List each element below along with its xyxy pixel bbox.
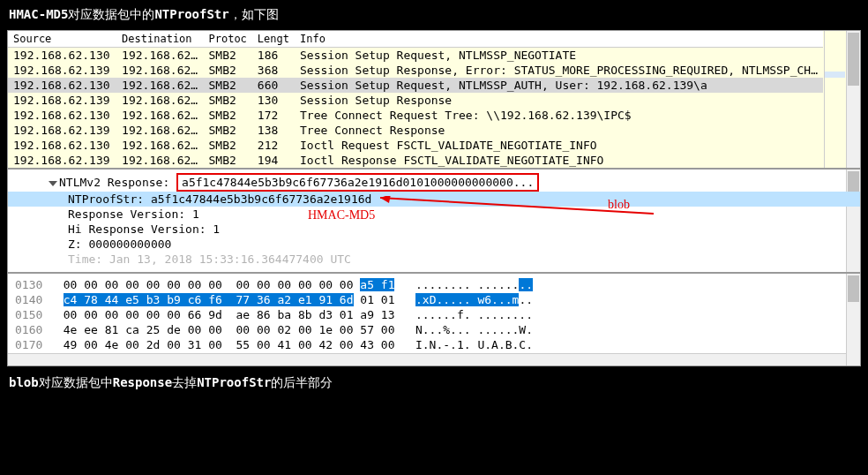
scrollbar-horizontal[interactable] [8,353,846,366]
packet-row[interactable]: 192.168.62.139192.168.62…SMB2130Session … [8,93,823,108]
caption-code: HMAC-MD5 [9,7,68,21]
packet-cell-src: 192.168.62.130 [8,48,116,64]
hex-row[interactable]: 0150 00 00 00 00 00 00 66 9d ae 86 ba 8b… [15,307,853,322]
packet-cell-dst: 192.168.62… [116,93,203,108]
hi-response-version-field[interactable]: Hi Response Version: 1 [15,222,853,237]
z-field[interactable]: Z: 000000000000 [15,237,853,252]
packet-row[interactable]: 192.168.62.130192.168.62…SMB2172Tree Con… [8,108,823,123]
col-protocol[interactable]: Protoc [204,31,252,48]
packet-cell-src: 192.168.62.130 [8,138,116,153]
packet-cell-src: 192.168.62.139 [8,123,116,138]
packet-cell-proto: SMB2 [204,93,252,108]
packet-row[interactable]: 192.168.62.130192.168.62…SMB2186Session … [8,48,823,64]
packet-cell-len: 186 [252,48,295,64]
hex-offset: 0150 [15,308,42,321]
hex-ascii: .. [519,293,533,306]
hex-row[interactable]: 0130 00 00 00 00 00 00 00 00 00 00 00 00… [15,277,853,292]
packet-cell-src: 192.168.62.139 [8,93,116,108]
scrollbar-vertical[interactable] [846,274,860,366]
packet-row[interactable]: 192.168.62.139192.168.62…SMB2368Session … [8,63,823,78]
packet-cell-len: 212 [252,138,295,153]
packet-list-pane[interactable]: Source Destination Protoc Lengt Info 192… [7,30,861,169]
hex-row[interactable]: 0140 c4 78 44 e5 b3 b9 c6 f6 77 36 a2 e1… [15,292,853,307]
hex-row[interactable]: 0160 4e ee 81 ca 25 de 00 00 00 00 02 00… [15,322,853,337]
packet-cell-proto: SMB2 [204,108,252,123]
packet-cell-info: Session Setup Response [295,93,823,108]
packet-cell-info: Session Setup Request, NTLMSSP_NEGOTIATE [295,48,823,64]
packet-cell-proto: SMB2 [204,78,252,93]
caption-text: 对应数据包中的 [68,7,154,21]
caption-code: NTProofStr [154,7,228,21]
packet-cell-dst: 192.168.62… [116,108,203,123]
packet-cell-len: 368 [252,63,295,78]
hex-ascii-selected: .. [519,278,533,291]
packet-cell-proto: SMB2 [204,138,252,153]
caption-code: blob [9,375,39,389]
packet-cell-src: 192.168.62.139 [8,153,116,168]
caption-text: 对应数据包中 [39,375,113,389]
hex-pane[interactable]: 0130 00 00 00 00 00 00 00 00 00 00 00 00… [7,273,861,366]
caption-text: ，如下图 [229,7,279,21]
hex-offset: 0130 [15,278,42,291]
hex-offset: 0140 [15,293,42,306]
col-length[interactable]: Lengt [252,31,295,48]
caption-code: Response [113,375,172,389]
hex-ascii: ......f. ........ [415,308,533,321]
packet-cell-info: Session Setup Request, NTLMSSP_AUTH, Use… [295,78,823,93]
annotation-blob: blob [608,198,630,212]
packet-cell-proto: SMB2 [204,123,252,138]
packet-row[interactable]: 192.168.62.130192.168.62…SMB2212Ioctl Re… [8,138,823,153]
response-version-field[interactable]: Response Version: 1 [15,207,853,222]
packet-cell-dst: 192.168.62… [116,153,203,168]
packet-cell-proto: SMB2 [204,48,252,64]
packet-cell-dst: 192.168.62… [116,63,203,78]
packet-cell-len: 138 [252,123,295,138]
hex-offset: 0160 [15,323,42,336]
ntproofstr-field[interactable]: NTProofStr: a5f1c47844e5b3b9c6f67736a2e1… [8,192,860,207]
hex-bytes: 49 00 4e 00 2d 00 31 00 55 00 41 00 42 0… [64,338,395,351]
col-source[interactable]: Source [8,31,116,48]
packet-cell-len: 660 [252,78,295,93]
packet-cell-proto: SMB2 [204,153,252,168]
bottom-caption: blob对应数据包中Response去掉NTProofStr的后半部分 [0,366,868,400]
packet-cell-len: 172 [252,108,295,123]
caption-code: NTProofStr [197,375,271,389]
wireshark-window: Source Destination Protoc Lengt Info 192… [7,30,861,366]
packet-cell-info: Tree Connect Request Tree: \\192.168.62.… [295,108,823,123]
expand-toggle-icon[interactable] [49,181,57,186]
packet-cell-dst: 192.168.62… [116,48,203,64]
response-highlight-box: a5f1c47844e5b3b9c6f67736a2e1916d01010000… [176,173,539,192]
hex-ascii: N...%... ......W. [415,323,533,336]
scrollbar-vertical[interactable] [846,31,860,168]
col-info[interactable]: Info [295,31,823,48]
col-destination[interactable]: Destination [116,31,203,48]
time-field[interactable]: Time: Jan 13, 2018 15:33:16.364477400 UT… [15,252,853,267]
caption-text: 去掉 [172,375,197,389]
packet-table: Source Destination Protoc Lengt Info 192… [8,31,823,168]
hex-bytes: 00 00 00 00 00 00 00 00 00 00 00 00 00 0… [64,278,361,291]
packet-row[interactable]: 192.168.62.139192.168.62…SMB2194Ioctl Re… [8,153,823,168]
hex-row[interactable]: 0170 49 00 4e 00 2d 00 31 00 55 00 41 00… [15,337,853,352]
hex-bytes: 01 01 [354,293,395,306]
packet-cell-src: 192.168.62.130 [8,108,116,123]
packet-cell-dst: 192.168.62… [116,138,203,153]
hex-bytes-selected: a5 f1 [360,278,394,291]
ntlmv2-response-field[interactable]: NTLMv2 Response: a5f1c47844e5b3b9c6f6773… [15,173,853,192]
packet-row[interactable]: 192.168.62.139192.168.62…SMB2138Tree Con… [8,123,823,138]
packet-cell-proto: SMB2 [204,63,252,78]
hex-bytes: 4e ee 81 ca 25 de 00 00 00 00 02 00 1e 0… [64,323,395,336]
field-label: NTLMv2 Response: [59,176,176,189]
scrollbar-thumb[interactable] [848,275,859,302]
packet-header-row[interactable]: Source Destination Protoc Lengt Info [8,31,823,48]
packet-minimap[interactable] [824,31,845,168]
scrollbar-thumb[interactable] [848,33,859,86]
packet-cell-dst: 192.168.62… [116,123,203,138]
packet-row[interactable]: 192.168.62.130192.168.62…SMB2660Session … [8,78,823,93]
hex-ascii-selected: .xD..... w6...m [415,293,519,306]
hex-ascii: ........ ...... [415,278,519,291]
packet-cell-info: Ioctl Request FSCTL_VALIDATE_NEGOTIATE_I… [295,138,823,153]
details-pane[interactable]: NTLMv2 Response: a5f1c47844e5b3b9c6f6773… [7,169,861,273]
hex-offset: 0170 [15,338,42,351]
top-caption: HMAC-MD5对应数据包中的NTProofStr，如下图 [0,0,868,30]
packet-cell-src: 192.168.62.139 [8,63,116,78]
